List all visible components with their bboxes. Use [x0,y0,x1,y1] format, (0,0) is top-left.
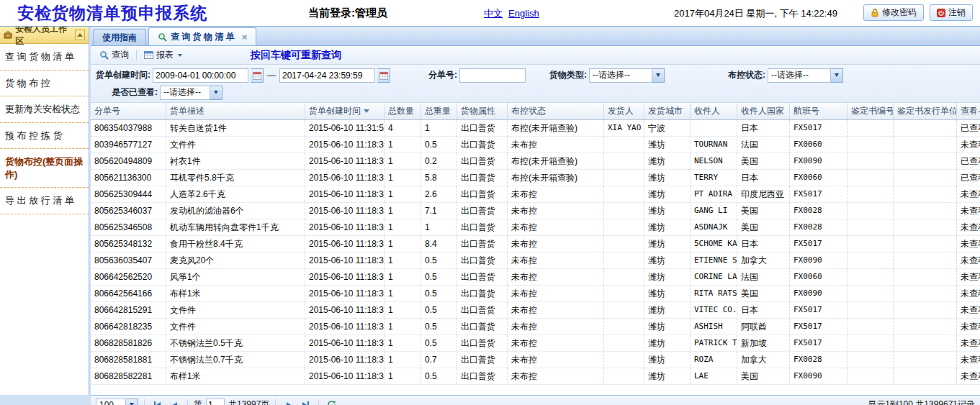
sidebar-item[interactable]: 预 布 控 拣 货 [0,123,89,150]
table-row[interactable]: 803946577127文件件2015-06-10 11:18:3610.5出口… [91,137,980,153]
created-from-input[interactable] [153,68,248,83]
table-row[interactable]: 806642564166布样1米2015-06-10 11:18:3610.5出… [91,286,980,302]
table-cell: 2015-06-10 11:18:36 [305,252,385,268]
change-password-button[interactable]: 修改密码 [863,4,924,21]
table-row[interactable]: 806642815291文件件2015-06-10 11:18:3610.5出口… [91,302,980,319]
table-row[interactable]: 806828581881不锈钢法兰0.7千克2015-06-10 11:18:3… [91,352,980,368]
refresh-icon[interactable] [325,399,338,405]
column-header[interactable]: 航班号 [790,103,848,119]
sidebar-item[interactable]: 更新海关安检状态 [0,96,89,123]
table-cell: ROZA [691,352,737,368]
sidebar-item[interactable]: 查 询 货 物 清 单 [0,44,89,70]
table-row[interactable]: 805625309444人造革2.6千克2015-06-10 11:18:361… [91,186,980,203]
table-cell: 2015-06-10 11:18:36 [305,335,385,351]
viewed-select[interactable]: --请选择-- [160,86,222,100]
lang-zh-link[interactable]: 中文 [484,8,503,19]
column-header[interactable]: 总数量 [385,103,421,119]
table-cell [604,352,644,368]
next-page-button[interactable] [282,399,295,405]
table-cell: 805620494809 [91,153,166,169]
logout-button[interactable]: 注销 [930,4,973,21]
table-cell: 法国 [737,137,790,153]
sidebar-item[interactable]: 货物布控(整页面操作) [0,149,89,188]
column-header[interactable]: 鉴定书发行单位 [894,103,957,119]
table-row[interactable]: 806828582281布样1米2015-06-10 11:18:3610.5出… [91,368,980,385]
table-cell: 1 [385,219,421,235]
waybill-input[interactable] [459,68,526,83]
table-cell: 未查看 [957,368,980,384]
column-header[interactable]: 发货城市 [644,103,691,119]
column-header[interactable]: 查看与否 [957,103,980,119]
table-cell: 未布控 [508,236,604,252]
table-cell: FX0060 [790,170,848,186]
column-header[interactable]: 收件人国家 [737,103,790,119]
column-header[interactable]: 货单创建时间 [305,103,385,119]
table-row[interactable]: 805621136300耳机零件5.8千克2015-06-10 11:18:36… [91,170,980,186]
table-cell: 2.6 [421,186,457,202]
table-cell [894,219,957,235]
table-cell [894,153,957,169]
column-header[interactable]: 货物属性 [457,103,508,119]
table-row[interactable]: 805620494809衬衣1件2015-06-10 11:18:3610.2出… [91,153,980,170]
table-cell: 发动机的滤油器6个 [166,203,305,219]
table-cell: 已查看 [957,153,980,169]
sidebar-item[interactable]: 货 物 布 控 [0,70,89,97]
table-row[interactable]: 805625348132食用干粉丝8.4千克2015-06-10 11:18:3… [91,236,980,252]
table-cell: 食用干粉丝8.4千克 [166,236,305,252]
cargo-type-select[interactable]: --请选择-- [589,68,665,83]
last-page-button[interactable] [299,399,313,405]
table-cell [604,170,644,186]
created-to-input[interactable] [279,68,375,83]
table-row[interactable]: 806354037988转关自送货1件2015-06-10 11:31:5541… [91,120,980,137]
table-cell: FX0060 [790,137,848,153]
column-header[interactable]: 总重量 [421,103,457,119]
change-password-label: 修改密码 [882,6,917,19]
table-cell [691,120,737,136]
table-cell [848,203,894,219]
workspace-icon [4,30,12,40]
table-row[interactable]: 805625346037发动机的滤油器6个2015-06-10 11:18:36… [91,203,980,219]
report-menu-button[interactable]: 报表 [139,47,187,63]
column-header[interactable]: 布控状态 [508,103,604,119]
tab-bar: 使用指南 查 询 货 物 清 单 × [91,27,980,46]
lang-en-link[interactable]: English [508,8,539,19]
table-cell: 未布控 [508,302,604,318]
page-number-input[interactable] [206,399,225,405]
main-content: 使用指南 查 询 货 物 清 单 × 查询 报表 按回车键可重新查询 货单创建时… [91,27,980,405]
table-cell: 未布控 [508,186,604,202]
column-header[interactable]: 收件人 [691,103,737,119]
table-cell: 新加坡 [737,335,790,351]
table-cell [894,352,957,368]
table-row[interactable]: 805636035407麦克风20个2015-06-10 11:18:3610.… [91,252,980,269]
table-cell [894,203,957,219]
table-cell: 风筝1个 [166,269,305,285]
table-cell: 805625346037 [91,203,166,219]
close-icon[interactable]: × [242,32,248,42]
table-row[interactable]: 805625346508机动车辆用转向盘零件1千克2015-06-10 11:1… [91,219,980,236]
toolbar-separator [136,50,137,60]
table-cell: LAE [691,368,737,384]
table-cell: 宁波 [644,120,691,136]
query-button[interactable]: 查询 [94,47,134,63]
tab-label: 使用指南 [102,32,137,44]
control-status-select[interactable]: --请选择-- [768,68,843,83]
table-row[interactable]: 806828581826不锈钢法兰0.5千克2015-06-10 11:18:3… [91,335,980,352]
tab-query-cargo-list[interactable]: 查 询 货 物 清 单 × [148,27,256,45]
collapse-icon[interactable] [75,29,85,40]
prev-page-button[interactable] [168,399,181,405]
column-header[interactable]: 分单号 [91,103,166,119]
column-header[interactable]: 发货人 [604,103,644,119]
pager-separator [187,399,188,405]
first-page-button[interactable] [150,399,164,405]
page-size-select[interactable]: 100 [96,398,138,405]
tab-user-guide[interactable]: 使用指南 [93,29,146,45]
sidebar-header[interactable]: 安检人员工作区 [0,27,89,44]
column-header[interactable]: 货单描述 [166,103,305,119]
column-header[interactable]: 鉴定书编号 [848,103,894,119]
calendar-icon[interactable] [377,68,390,83]
table-cell: 806828581826 [91,335,166,351]
calendar-icon[interactable] [251,68,264,83]
table-row[interactable]: 806642562520风筝1个2015-06-10 11:18:3610.5出… [91,269,980,286]
sidebar-item[interactable]: 导 出 放 行 清 单 [0,188,89,214]
table-row[interactable]: 806642818235文件件2015-06-10 11:18:3610.5出口… [91,319,980,335]
